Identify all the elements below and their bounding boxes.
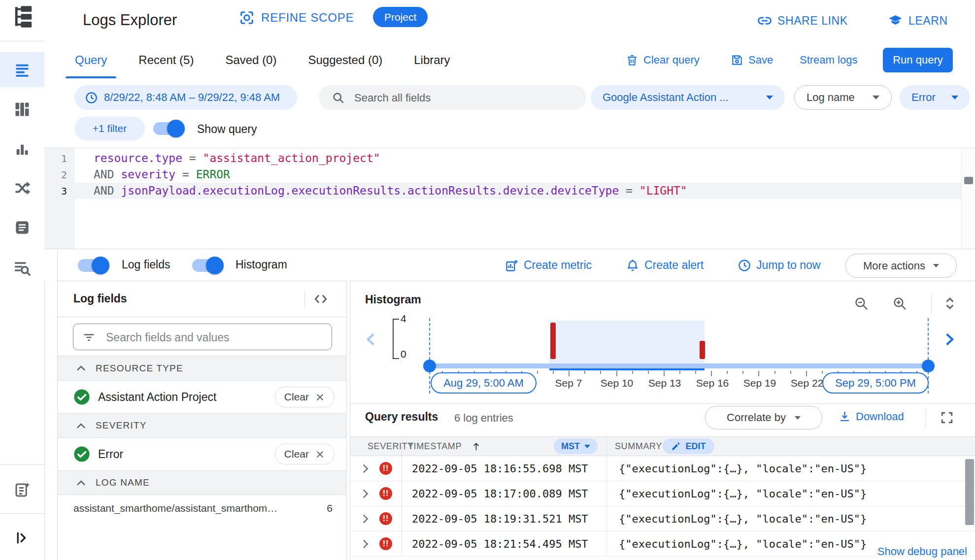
collapse-histogram-icon[interactable] (942, 296, 957, 311)
sort-ascending-icon[interactable] (471, 441, 482, 452)
time-range-picker[interactable]: 8/29/22, 8:48 AM – 9/29/22, 9:48 AM (74, 85, 297, 110)
log-name-count: 6 (327, 502, 333, 514)
correlate-by-button[interactable]: Correlate by (705, 406, 822, 429)
jump-to-now-button[interactable]: Jump to now (738, 249, 820, 281)
table-row[interactable]: !!2022-09-05 18:16:55.698 MST{"execution… (350, 456, 975, 481)
section-header-severity[interactable]: SEVERITY (58, 413, 346, 438)
search-input[interactable] (353, 85, 572, 111)
histogram-toggle-label: Histogram (235, 258, 287, 271)
search-all-fields (319, 85, 586, 110)
sidebar (0, 0, 45, 560)
fields-search-input[interactable] (105, 324, 324, 351)
share-link-button[interactable]: SHARE LINK (757, 0, 848, 41)
tab-library[interactable]: Library (404, 41, 459, 78)
slider-handle-end[interactable] (922, 360, 935, 372)
more-filters-button[interactable]: +1 filter (74, 117, 145, 140)
expand-row-icon[interactable] (359, 488, 371, 500)
line-number: 2 (44, 169, 75, 181)
expand-row-icon[interactable] (359, 538, 371, 550)
query-editor[interactable]: 1resource.type = "assistant_action_proje… (44, 148, 975, 249)
learn-button[interactable]: LEARN (888, 0, 948, 41)
row-summary: {"executionLog":{…}, "locale":"en-US"} (619, 462, 867, 475)
editor-scrollbar[interactable] (961, 148, 975, 249)
sidebar-item-log-storage[interactable] (0, 212, 44, 243)
tab-saved-0[interactable]: Saved (0) (216, 41, 286, 78)
results-table-header: SEVERITY TIMESTAMP MST SUMMARY EDIT (350, 436, 975, 456)
expand-row-icon[interactable] (359, 462, 371, 475)
query-line-2[interactable]: 2AND severity = ERROR (44, 166, 962, 183)
expand-row-icon[interactable] (359, 513, 371, 525)
query-line-1[interactable]: 1resource.type = "assistant_action_proje… (44, 150, 962, 166)
app-header: Logs Explorer REFINE SCOPE Project SHARE… (44, 0, 975, 42)
run-query-button[interactable]: Run query (883, 48, 953, 72)
y-axis-min-label: 0 (401, 348, 406, 360)
x-tick-label: Sep 16 (696, 377, 729, 389)
save-button[interactable]: Save (731, 41, 773, 78)
sidebar-item-metrics[interactable] (0, 133, 44, 165)
results-scrollbar-thumb[interactable] (965, 459, 974, 525)
download-button[interactable]: Download (838, 410, 904, 423)
timezone-selector[interactable]: MST (554, 438, 598, 454)
sidebar-item-log-analytics[interactable] (0, 94, 44, 125)
sidebar-item-summarize[interactable] (0, 474, 44, 506)
create-alert-button[interactable]: Create alert (626, 249, 704, 281)
chevron-down-icon (584, 445, 590, 448)
sidebar-item-log-search[interactable] (0, 252, 44, 283)
fullscreen-icon[interactable] (940, 410, 954, 425)
show-debug-panel-link[interactable]: Show debug panel (877, 545, 967, 558)
log-search-icon (13, 259, 31, 276)
scope-badge[interactable]: Project (373, 7, 428, 27)
histogram-selection[interactable] (549, 321, 705, 363)
severity-filter-dropdown[interactable]: Error (900, 85, 970, 110)
table-row[interactable]: !!2022-09-05 18:17:00.089 MST{"execution… (350, 481, 975, 506)
log-name-filter-dropdown[interactable]: Log name (794, 85, 892, 110)
show-query-toggle[interactable] (153, 120, 185, 137)
error-severity-icon: !! (379, 462, 392, 475)
sidebar-item-logs-view[interactable] (0, 52, 44, 87)
log-fields-toggle[interactable] (78, 257, 109, 274)
query-line-3[interactable]: 3AND jsonPayload.executionLog.executionR… (44, 183, 962, 199)
search-icon (332, 91, 345, 104)
sidebar-item-log-router[interactable] (0, 172, 44, 204)
create-metric-button[interactable]: Create metric (505, 249, 592, 281)
slider-handle-start[interactable] (423, 360, 436, 372)
more-actions-button[interactable]: More actions (845, 254, 957, 278)
refine-scope-button[interactable]: REFINE SCOPE (239, 10, 354, 25)
editor-scrollbar-thumb[interactable] (964, 177, 973, 184)
stream-logs-button[interactable]: Stream logs (800, 41, 857, 78)
pan-right-icon[interactable] (941, 329, 957, 349)
col-timestamp[interactable]: TIMESTAMP (408, 437, 462, 456)
metrics-icon (14, 141, 31, 158)
tab-suggested-0[interactable]: Suggested (0) (299, 41, 392, 78)
row-timestamp: 2022-09-05 18:17:00.089 MST (412, 488, 619, 500)
resource-filter-dropdown[interactable]: Google Assistant Action ... (591, 85, 785, 110)
range-start-pill[interactable]: Aug 29, 5:00 AM (431, 372, 537, 394)
row-timestamp: 2022-09-05 18:19:31.521 MST (412, 513, 619, 525)
code-brackets-icon[interactable] (313, 291, 329, 307)
page-title: Logs Explorer (83, 11, 177, 29)
pan-left-icon[interactable] (363, 329, 380, 349)
log-name-item[interactable]: assistant_smarthome/assistant_smarthom…6 (58, 495, 346, 522)
chevron-up-icon (74, 476, 88, 490)
zoom-out-icon[interactable] (854, 296, 869, 311)
clear-filter-button[interactable]: Clear (275, 387, 335, 407)
range-end-pill[interactable]: Sep 29, 5:00 PM (822, 372, 929, 394)
zoom-in-icon[interactable] (892, 296, 908, 311)
tab-query[interactable]: Query (66, 41, 116, 78)
x-tick-label: Sep 22 (791, 377, 824, 389)
table-row[interactable]: !!2022-09-05 18:19:31.521 MST{"execution… (350, 506, 975, 531)
histogram-toggle[interactable] (192, 257, 224, 274)
log-entries-count: 6 log entries (454, 412, 513, 425)
line-number: 3 (44, 185, 75, 197)
sidebar-item-expand-panel[interactable] (0, 522, 44, 554)
section-header-log-name[interactable]: LOG NAME (58, 470, 346, 495)
time-slider-track[interactable] (430, 363, 928, 368)
clear-filter-button[interactable]: Clear (275, 444, 335, 464)
clear-query-button[interactable]: Clear query (626, 41, 700, 78)
tab-recent-5[interactable]: Recent (5) (129, 41, 203, 78)
sidebar-divider (0, 513, 44, 514)
section-header-resource-type[interactable]: RESOURCE TYPE (58, 356, 346, 381)
metric-chart-icon (505, 259, 519, 272)
edit-summary-button[interactable]: EDIT (663, 438, 714, 454)
sidebar-divider (0, 41, 44, 41)
